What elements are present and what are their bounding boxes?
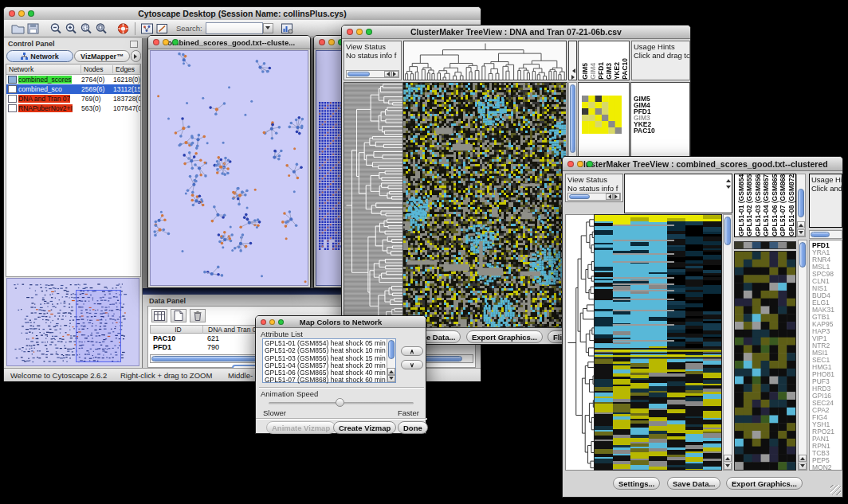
zoom-button[interactable] xyxy=(172,39,179,45)
zoom-out-icon[interactable] xyxy=(49,21,64,35)
tv2-gene-dendrogram[interactable] xyxy=(566,215,594,470)
attribute-list-vscrollbar[interactable] xyxy=(387,339,395,382)
zoom-fit-icon[interactable] xyxy=(94,21,109,35)
zoom-button[interactable] xyxy=(366,29,372,35)
float-panel-icon[interactable] xyxy=(130,41,138,48)
speed-slider-thumb[interactable] xyxy=(336,398,344,407)
new-attribute-icon[interactable] xyxy=(171,309,186,322)
data-col-id[interactable]: ID xyxy=(151,326,203,334)
scroll-thumb[interactable] xyxy=(798,189,804,217)
save-data-button[interactable]: Save Data... xyxy=(667,477,720,490)
scroll-down-button[interactable] xyxy=(799,463,807,470)
open-session-icon[interactable] xyxy=(10,21,26,35)
column-label[interactable]: GPL51-02 (GSM855) xyxy=(745,174,753,236)
move-down-button[interactable]: ∨ xyxy=(401,360,423,369)
tab-overflow-button[interactable] xyxy=(131,50,141,62)
close-button[interactable] xyxy=(319,39,325,45)
column-label[interactable]: YKE2 xyxy=(613,62,621,80)
network1-canvas[interactable] xyxy=(151,51,308,285)
close-button[interactable] xyxy=(153,39,159,45)
attribute-select-icon[interactable] xyxy=(151,309,167,322)
done-button[interactable]: Done xyxy=(398,421,428,434)
dialog-title-bar[interactable]: Map Colors to Network xyxy=(256,316,426,328)
close-button[interactable] xyxy=(347,29,353,35)
tv2-heatmap[interactable] xyxy=(595,215,721,470)
column-header[interactable]: Nodes xyxy=(81,65,113,73)
minimize-button[interactable] xyxy=(18,10,25,17)
zoom-button[interactable] xyxy=(278,319,284,325)
column-label[interactable]: GPL51-06 (GSM865) xyxy=(771,174,779,236)
close-button[interactable] xyxy=(567,161,574,167)
minimize-button[interactable] xyxy=(577,161,583,167)
tv2-zoom-vscrollbar[interactable] xyxy=(798,240,807,471)
treeview2-title-bar[interactable]: ClusterMaker TreeView : combined_scores_… xyxy=(563,157,842,171)
tv2-labels-vscrollbar[interactable] xyxy=(796,174,806,237)
attribute-list-item[interactable]: GPL51-01 (GSM854) heat shock 05 min xyxy=(265,340,394,347)
network-row[interactable]: RNAPuberNov2+I 563(0) 107847(0) xyxy=(6,104,140,113)
scroll-down-button[interactable] xyxy=(724,463,732,470)
export-graphics-button[interactable]: Export Graphics... xyxy=(466,330,543,343)
scroll-up-button[interactable] xyxy=(724,455,732,462)
search-dropdown-button[interactable] xyxy=(263,23,273,33)
tab-network[interactable]: Network xyxy=(6,50,73,62)
attribute-list-item[interactable]: GPL51-07 (GSM868) heat shock 60 min xyxy=(265,377,394,384)
resize-grip[interactable] xyxy=(830,485,841,495)
tv1-status-hscrollbar[interactable] xyxy=(346,70,399,78)
tv2-zoom-heatmap[interactable] xyxy=(735,252,795,470)
scroll-up-button[interactable] xyxy=(799,455,807,462)
treeview1-title-bar[interactable]: ClusterMaker TreeView : DNA and Tran 07-… xyxy=(342,25,690,39)
close-button[interactable] xyxy=(9,10,15,17)
save-session-icon[interactable] xyxy=(26,21,41,35)
move-up-button[interactable]: ∧ xyxy=(401,346,423,356)
tv2-vscrollbar[interactable] xyxy=(723,214,732,471)
scroll-right-button[interactable] xyxy=(613,193,620,200)
scroll-down-button[interactable] xyxy=(387,375,395,382)
attribute-list-item[interactable]: GPL51-04 (GSM857) heat shock 20 min xyxy=(265,362,394,369)
minimize-button[interactable] xyxy=(269,319,275,325)
tv1-array-dendrogram[interactable] xyxy=(404,41,566,80)
minimize-button[interactable] xyxy=(163,39,169,45)
attribute-list-item[interactable]: GPL51-06 (GSM865) heat shock 40 min xyxy=(265,369,394,377)
column-label[interactable]: GPL51-04 (GSM857) xyxy=(762,174,770,236)
column-label[interactable]: GPL51-08 (GSM872) xyxy=(787,174,795,236)
tv1-gene-dendrogram[interactable] xyxy=(344,83,402,327)
main-title-bar[interactable]: Cytoscape Desktop (Session Name: collins… xyxy=(4,7,481,21)
zoom-button[interactable] xyxy=(28,10,34,17)
row-label[interactable]: PAC10 xyxy=(634,127,689,134)
network-panel-icon[interactable] xyxy=(139,21,155,35)
zoom-selected-icon[interactable] xyxy=(79,21,94,35)
attribute-list-item[interactable]: GPL51-02 (GSM855) heat shock 10 min xyxy=(265,347,394,354)
tv2-hints-hscrollbar[interactable] xyxy=(809,230,842,239)
column-header[interactable]: Edges xyxy=(113,65,140,73)
tab-vizmapper[interactable]: VizMapper™ xyxy=(74,50,130,62)
minimize-button[interactable] xyxy=(356,29,363,35)
column-label[interactable]: GIM4 xyxy=(589,63,597,80)
network-overview-canvas[interactable] xyxy=(7,279,139,365)
animate-vizmap-button[interactable]: Animate Vizmap xyxy=(266,421,336,434)
vizmap-chart-icon[interactable] xyxy=(280,21,295,35)
column-header[interactable]: Network xyxy=(6,65,81,73)
help-lifering-icon[interactable] xyxy=(116,21,131,35)
network1-title-bar[interactable]: combined_scores_good.txt--cluste... xyxy=(148,36,310,49)
scroll-thumb[interactable] xyxy=(388,340,395,359)
column-label[interactable]: GPL51-01 (GSM854) xyxy=(737,174,745,236)
tv1-summary-heatmap[interactable] xyxy=(582,96,622,134)
scroll-left-button[interactable] xyxy=(606,193,613,200)
scroll-thumb[interactable] xyxy=(569,194,590,199)
tv1-heatmap[interactable] xyxy=(403,83,566,327)
column-label[interactable]: GIM5 xyxy=(581,63,589,80)
minimize-button[interactable] xyxy=(328,39,335,45)
gene-label[interactable]: MON2 xyxy=(812,464,842,471)
close-button[interactable] xyxy=(261,319,266,325)
attribute-list-item[interactable]: GPL51-03 (GSM856) heat shock 15 min xyxy=(265,355,394,362)
column-label[interactable]: GPL51-07 (GSM868) xyxy=(779,174,787,236)
create-vizmap-button[interactable]: Create Vizmap xyxy=(333,421,396,434)
scroll-thumb[interactable] xyxy=(570,84,575,153)
scroll-up-button[interactable] xyxy=(797,221,805,229)
scroll-up-button[interactable] xyxy=(387,368,395,375)
scroll-thumb[interactable] xyxy=(799,242,806,268)
delete-attribute-icon[interactable] xyxy=(190,309,206,322)
zoom-in-icon[interactable] xyxy=(64,21,79,35)
column-label[interactable]: PFD1 xyxy=(597,62,605,80)
scroll-thumb[interactable] xyxy=(724,217,731,245)
